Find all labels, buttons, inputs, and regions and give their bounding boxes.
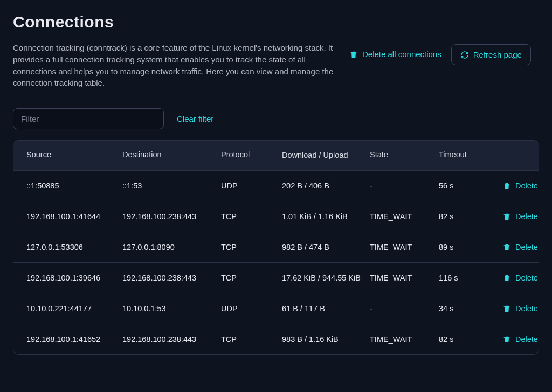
cell-source: 127.0.0.1:53306 (26, 243, 118, 251)
delete-row-button[interactable]: Delete (502, 304, 538, 313)
table-header: Source Destination Protocol Download / U… (13, 141, 539, 171)
page-title: Connections (13, 13, 539, 31)
cell-source: 192.168.100.1:41644 (26, 212, 118, 221)
delete-row-button[interactable]: Delete (502, 243, 538, 251)
table-row: 192.168.100.1:41644192.168.100.238:443TC… (13, 201, 539, 232)
delete-all-button[interactable]: Delete all connections (347, 44, 444, 64)
table-row: 127.0.0.1:53306127.0.0.1:8090TCP982 B / … (13, 232, 539, 263)
delete-row-label: Delete (515, 335, 538, 344)
cell-protocol: TCP (221, 212, 278, 221)
cell-destination: 127.0.0.1:8090 (122, 243, 217, 251)
cell-download-upload: 982 B / 474 B (282, 243, 365, 251)
delete-row-button[interactable]: Delete (502, 274, 538, 282)
cell-state: - (370, 181, 434, 190)
cell-destination: ::1:53 (122, 181, 217, 190)
table-row: 192.168.100.1:41652192.168.100.238:443TC… (13, 324, 539, 354)
cell-source: 192.168.100.1:39646 (26, 274, 118, 282)
cell-state: - (370, 304, 434, 313)
cell-protocol: TCP (221, 274, 278, 282)
th-download-upload: Download / Upload (282, 150, 365, 160)
trash-icon (502, 335, 511, 344)
th-destination: Destination (122, 150, 217, 160)
refresh-icon (460, 51, 469, 59)
th-source: Source (26, 150, 118, 160)
filter-input[interactable] (13, 108, 164, 129)
trash-icon (502, 243, 511, 251)
cell-source: 192.168.100.1:41652 (26, 335, 118, 344)
th-protocol: Protocol (221, 150, 278, 160)
cell-state: TIME_WAIT (370, 212, 434, 221)
delete-row-label: Delete (515, 274, 538, 282)
delete-row-label: Delete (515, 181, 538, 190)
delete-row-label: Delete (515, 243, 538, 251)
top-actions: Delete all connections Refresh page (347, 44, 531, 65)
refresh-label: Refresh page (473, 50, 522, 59)
page-description: Connection tracking (conntrack) is a cor… (13, 42, 336, 89)
table-row: 10.10.0.221:4417710.10.0.1:53UDP61 B / 1… (13, 293, 539, 324)
cell-protocol: TCP (221, 335, 278, 344)
cell-destination: 192.168.100.238:443 (122, 274, 217, 282)
cell-timeout: 82 s (439, 335, 498, 344)
clear-filter-button[interactable]: Clear filter (177, 114, 213, 123)
th-timeout: Timeout (439, 150, 498, 160)
table-row: 192.168.100.1:39646192.168.100.238:443TC… (13, 263, 539, 293)
cell-timeout: 116 s (439, 274, 498, 282)
cell-download-upload: 202 B / 406 B (282, 181, 365, 190)
delete-row-label: Delete (515, 212, 538, 221)
table-row: ::1:50885::1:53UDP202 B / 406 B-56 sDele… (13, 171, 539, 201)
trash-icon (502, 181, 511, 190)
cell-protocol: UDP (221, 181, 278, 190)
th-state: State (370, 150, 434, 160)
cell-protocol: UDP (221, 304, 278, 313)
cell-state: TIME_WAIT (370, 243, 434, 251)
trash-icon (502, 274, 511, 282)
cell-download-upload: 61 B / 117 B (282, 304, 365, 313)
cell-download-upload: 1.01 KiB / 1.16 KiB (282, 212, 365, 221)
delete-all-label: Delete all connections (362, 50, 441, 59)
trash-icon (349, 50, 358, 59)
cell-source: 10.10.0.221:44177 (26, 304, 118, 313)
cell-protocol: TCP (221, 243, 278, 251)
cell-state: TIME_WAIT (370, 335, 434, 344)
cell-timeout: 82 s (439, 212, 498, 221)
cell-source: ::1:50885 (26, 181, 118, 190)
delete-row-label: Delete (515, 304, 538, 313)
cell-state: TIME_WAIT (370, 274, 434, 282)
cell-timeout: 56 s (439, 181, 498, 190)
cell-download-upload: 17.62 KiB / 944.55 KiB (282, 274, 365, 282)
delete-row-button[interactable]: Delete (502, 181, 538, 190)
cell-destination: 192.168.100.238:443 (122, 335, 217, 344)
refresh-button[interactable]: Refresh page (451, 44, 531, 65)
connections-table: Source Destination Protocol Download / U… (13, 140, 539, 355)
trash-icon (502, 304, 511, 313)
delete-row-button[interactable]: Delete (502, 335, 538, 344)
cell-timeout: 34 s (439, 304, 498, 313)
cell-destination: 192.168.100.238:443 (122, 212, 217, 221)
cell-destination: 10.10.0.1:53 (122, 304, 217, 313)
delete-row-button[interactable]: Delete (502, 212, 538, 221)
trash-icon (502, 212, 511, 221)
cell-download-upload: 983 B / 1.16 KiB (282, 335, 365, 344)
cell-timeout: 89 s (439, 243, 498, 251)
